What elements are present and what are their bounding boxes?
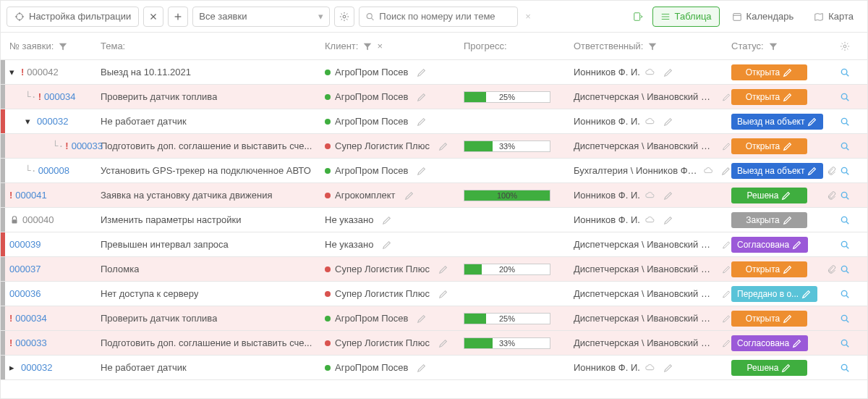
status-badge[interactable]: Открыта [731, 138, 807, 154]
view-icon[interactable] [840, 117, 850, 127]
table-row[interactable]: 000039Превышен интервал запросаНе указан… [1, 232, 867, 257]
table-row[interactable]: 000036Нет доступа к серверуСупер Логисти… [1, 282, 867, 306]
view-icon[interactable] [840, 92, 850, 102]
edit-icon[interactable] [663, 190, 673, 201]
request-id-link[interactable]: 000033 [15, 337, 46, 348]
edit-icon[interactable] [722, 314, 731, 324]
request-id-link[interactable]: 000008 [38, 165, 69, 176]
request-id-link[interactable]: 000037 [9, 264, 41, 274]
funnel-icon[interactable] [58, 41, 68, 51]
edit-icon[interactable] [438, 141, 448, 151]
view-icon[interactable] [840, 363, 850, 373]
status-badge[interactable]: Открыта [731, 89, 807, 105]
funnel-icon[interactable] [362, 41, 373, 51]
request-id-link[interactable]: 000040 [22, 214, 54, 225]
view-icon[interactable] [840, 289, 850, 299]
view-calendar-button[interactable]: Календарь [724, 7, 802, 27]
request-id-link[interactable]: 000042 [27, 67, 58, 77]
edit-icon[interactable] [722, 92, 731, 102]
cloud-icon[interactable] [703, 166, 713, 176]
edit-icon[interactable] [663, 215, 673, 225]
edit-icon[interactable] [722, 240, 731, 250]
edit-icon[interactable] [722, 289, 731, 299]
edit-icon[interactable] [417, 166, 427, 176]
status-badge[interactable]: Решена [731, 188, 807, 203]
request-id-link[interactable]: 000036 [9, 288, 41, 299]
status-badge[interactable]: Открыта [731, 311, 807, 327]
status-badge[interactable]: Передано в о... [731, 286, 817, 302]
edit-icon[interactable] [417, 67, 427, 77]
request-id-link[interactable]: 000034 [15, 313, 46, 324]
edit-icon[interactable] [438, 264, 448, 274]
edit-icon[interactable] [663, 363, 673, 373]
filter-gear-button[interactable] [334, 7, 354, 27]
edit-icon[interactable] [663, 117, 673, 127]
view-map-button[interactable]: Карта [806, 7, 861, 27]
filter-clear-button[interactable] [143, 7, 163, 27]
columns-gear-icon[interactable] [840, 41, 850, 51]
edit-icon[interactable] [438, 338, 448, 348]
table-row[interactable]: 000037ПоломкаСупер Логистик Плюс20%Диспе… [1, 257, 867, 282]
request-id-link[interactable]: 000032 [21, 362, 52, 373]
view-icon[interactable] [840, 141, 850, 151]
table-row[interactable]: !000033Подготовить доп. соглашение и выс… [1, 331, 867, 356]
funnel-icon[interactable] [647, 41, 658, 51]
export-button[interactable] [628, 7, 648, 27]
view-icon[interactable] [840, 190, 850, 201]
table-row[interactable]: ▾000032Не работает датчикАгроПром ПосевИ… [1, 109, 867, 134]
table-row[interactable]: 000040Изменить параметры настройкиНе ука… [1, 208, 867, 232]
edit-icon[interactable] [438, 289, 448, 299]
status-badge[interactable]: Открыта [731, 64, 807, 80]
edit-icon[interactable] [417, 92, 427, 102]
table-row[interactable]: └·!000034Проверить датчик топливаАгроПро… [1, 85, 867, 109]
search-box[interactable] [359, 7, 518, 27]
request-id-link[interactable]: 000041 [15, 190, 46, 201]
funnel-icon[interactable] [768, 41, 778, 51]
table-row[interactable]: !000041Заявка на установку датчика движе… [1, 183, 867, 208]
cloud-icon[interactable] [644, 363, 655, 373]
filter-preset-select[interactable]: Все заявки ▾ [192, 7, 330, 27]
status-badge[interactable]: Выезд на объект [731, 163, 823, 179]
edit-icon[interactable] [722, 264, 731, 274]
search-clear[interactable]: × [522, 11, 534, 22]
view-icon[interactable] [840, 215, 850, 225]
view-icon[interactable] [840, 240, 850, 250]
table-row[interactable]: └·!000033Подготовить доп. соглашение и в… [1, 134, 867, 159]
status-badge[interactable]: Открыта [731, 261, 807, 277]
clear-filter-icon[interactable]: × [377, 41, 383, 51]
chevron-down-icon[interactable]: ▾ [9, 67, 18, 77]
attachment-icon[interactable] [827, 190, 837, 201]
table-row[interactable]: !000034Проверить датчик топливаАгроПром … [1, 306, 867, 331]
request-id-link[interactable]: 000039 [9, 239, 41, 250]
edit-icon[interactable] [417, 314, 427, 324]
edit-icon[interactable] [417, 117, 427, 127]
table-row[interactable]: └·000008Установить GPS-трекер на подключ… [1, 159, 867, 183]
attachment-icon[interactable] [827, 166, 837, 176]
edit-icon[interactable] [382, 240, 392, 250]
chevron-down-icon[interactable]: ▾ [25, 116, 34, 127]
status-badge[interactable]: Выезд на объект [731, 114, 823, 130]
chevron-right-icon[interactable]: ▸ [9, 362, 18, 373]
status-badge[interactable]: Решена [731, 360, 807, 376]
cloud-icon[interactable] [644, 190, 655, 201]
cloud-icon[interactable] [644, 67, 655, 77]
view-icon[interactable] [840, 338, 850, 348]
status-badge[interactable]: Согласована [731, 237, 808, 253]
view-icon[interactable] [840, 166, 850, 176]
view-icon[interactable] [840, 67, 850, 77]
edit-icon[interactable] [722, 338, 731, 348]
view-table-button[interactable]: Таблица [652, 7, 720, 27]
request-id-link[interactable]: 000033 [72, 140, 103, 151]
cloud-icon[interactable] [644, 117, 655, 127]
edit-icon[interactable] [663, 67, 673, 77]
edit-icon[interactable] [417, 363, 427, 373]
table-row[interactable]: ▸000032Не работает датчикАгроПром ПосевИ… [1, 356, 867, 380]
filter-settings-button[interactable]: Настройка фильтрации [7, 7, 139, 27]
edit-icon[interactable] [721, 166, 731, 176]
view-icon[interactable] [840, 264, 850, 274]
table-row[interactable]: ▾!000042Выезд на 10.11.2021АгроПром Посе… [1, 60, 867, 85]
status-badge[interactable]: Согласована [731, 335, 808, 351]
view-icon[interactable] [840, 314, 850, 324]
request-id-link[interactable]: 000032 [37, 116, 68, 127]
edit-icon[interactable] [722, 141, 731, 151]
